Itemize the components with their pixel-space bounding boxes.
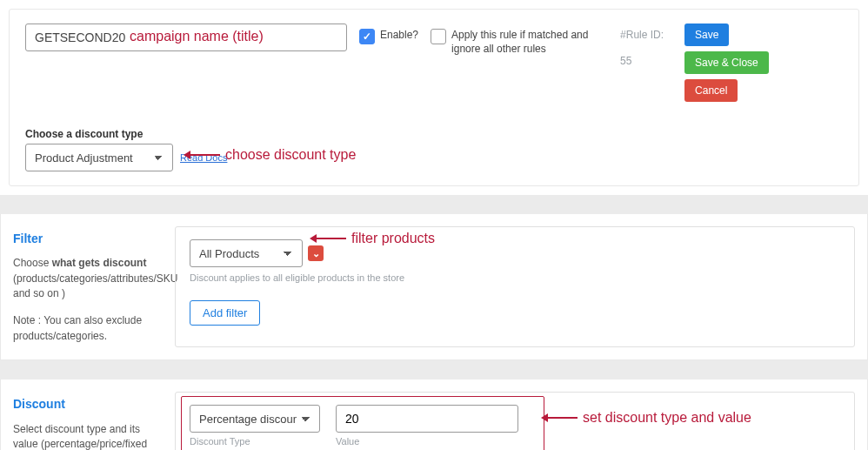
action-buttons: Save Save & Close Cancel	[684, 24, 806, 102]
discount-left: Discount Select discount type and its va…	[1, 379, 175, 450]
rule-id-value: 55	[620, 55, 672, 67]
campaign-name-input[interactable]	[25, 24, 347, 51]
apply-rule-group: Apply this rule if matched and ignore al…	[431, 29, 608, 56]
anno-set-discount: set discount type and value	[548, 410, 751, 426]
filter-right: All Products Discount applies to all eli…	[175, 226, 855, 347]
rule-id-label: #Rule ID:	[620, 29, 664, 41]
apply-rule-label: Apply this rule if matched and ignore al…	[451, 29, 608, 56]
discount-section: Discount Select discount type and its va…	[0, 379, 868, 450]
save-close-button[interactable]: Save & Close	[684, 51, 769, 74]
filter-note: Note : You can also exclude products/cat…	[13, 313, 163, 344]
filter-select[interactable]: All Products	[190, 239, 303, 267]
filter-hint: Discount applies to all eligible product…	[190, 272, 840, 283]
filter-section: Filter Choose what gets discount (produc…	[0, 214, 868, 360]
enable-checkbox[interactable]	[359, 29, 375, 44]
read-docs-link[interactable]: Read Docs	[180, 152, 227, 163]
save-button[interactable]: Save	[684, 24, 729, 46]
gap-1	[0, 195, 868, 214]
discount-type-row: Choose a discount type Product Adjustmen…	[25, 128, 843, 171]
filter-left: Filter Choose what gets discount (produc…	[1, 214, 175, 359]
filter-desc: Choose what gets discount (products/cate…	[13, 256, 163, 301]
discount-heading: Discount	[13, 395, 163, 413]
gap-2	[0, 360, 868, 379]
enable-group: Enable?	[359, 29, 418, 44]
filter-expand-button[interactable]	[308, 245, 324, 261]
discount-right: Percentage discount Discount Type Value …	[175, 392, 855, 450]
discount-value-caption: Value	[336, 436, 518, 447]
discount-type-select[interactable]: Product Adjustment	[25, 144, 173, 171]
discount-value-input[interactable]	[336, 405, 518, 433]
discount-type-label: Choose a discount type	[25, 128, 843, 140]
add-filter-button[interactable]: Add filter	[190, 300, 260, 326]
discount-desc: Select discount type and its value (perc…	[13, 422, 163, 450]
enable-label: Enable?	[380, 29, 418, 43]
filter-select-row: All Products	[190, 239, 840, 267]
discount-kind-select[interactable]: Percentage discount	[190, 405, 320, 433]
rule-id-block: #Rule ID: 55	[620, 29, 672, 67]
apply-rule-checkbox[interactable]	[431, 29, 446, 44]
top-row: Enable? Apply this rule if matched and i…	[25, 24, 843, 102]
discount-kind-caption: Discount Type	[190, 436, 320, 447]
top-panel: Enable? Apply this rule if matched and i…	[9, 9, 859, 186]
filter-heading: Filter	[13, 230, 163, 247]
cancel-button[interactable]: Cancel	[684, 79, 738, 102]
discount-inputs-row: Percentage discount Discount Type Value …	[190, 405, 840, 447]
